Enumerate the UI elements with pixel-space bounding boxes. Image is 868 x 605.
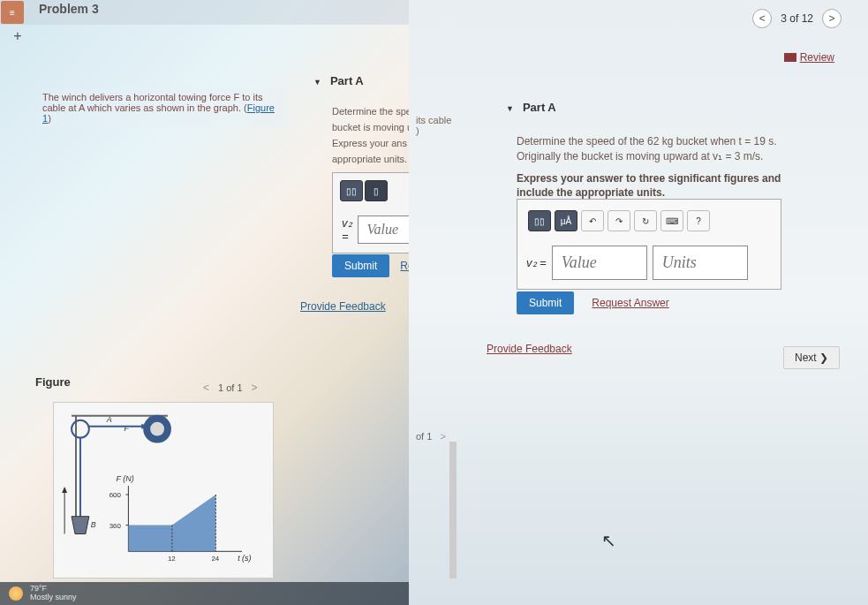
scrollbar-right[interactable] [449, 442, 457, 579]
svg-marker-12 [62, 487, 67, 493]
value-input-left[interactable] [358, 216, 410, 244]
svg-point-2 [72, 420, 89, 438]
svg-text:F: F [124, 424, 129, 433]
request-answer-left[interactable]: Req [400, 260, 409, 272]
instruction-text: Express your answer to three significant… [517, 171, 817, 201]
svg-text:360: 360 [109, 522, 122, 530]
figure-prev-icon[interactable]: < [203, 382, 209, 394]
svg-point-4 [150, 422, 164, 436]
nav-top: < 3 of 12 > [752, 9, 842, 28]
figure-count: 1 of 1 [218, 382, 243, 393]
svg-text:12: 12 [168, 555, 176, 563]
svg-text:t (s): t (s) [238, 554, 251, 563]
statement-text-a: The winch delivers a horizontal towing f… [42, 92, 262, 113]
next-button[interactable]: Next ❯ [783, 346, 840, 369]
review-label: Review [800, 51, 834, 64]
weather-widget[interactable]: 79°F Mostly sunny [30, 585, 77, 602]
submit-row-left: Submit Req [332, 254, 409, 277]
problem-count: 3 of 12 [781, 12, 813, 25]
svg-text:A: A [106, 415, 112, 424]
prev-problem-button[interactable]: < [752, 9, 772, 28]
keyboard-icon[interactable]: ⌨ [660, 210, 683, 231]
weather-icon[interactable] [9, 586, 23, 601]
new-tab-button[interactable]: + [9, 28, 26, 46]
undo-icon[interactable]: ↶ [581, 210, 604, 231]
part-a-header-left[interactable]: Part A [313, 69, 409, 93]
template-tool2-icon[interactable]: ▯ [365, 180, 388, 201]
svg-text:24: 24 [211, 555, 219, 563]
app-icon[interactable]: ≡ [1, 1, 24, 24]
problem-title: Problem 3 [39, 2, 99, 16]
stray-text-right: its cable) [416, 115, 451, 136]
figure-svg: A F B F (N) 600 360 12 [54, 403, 273, 578]
request-answer-right[interactable]: Request Answer [592, 297, 668, 309]
toolbar-right: ▯▯ μÅ ↶ ↷ ↻ ⌨ ? [525, 207, 774, 235]
question-text: Determine the speed of the 62 kg bucket … [517, 134, 817, 164]
template-tool-icon[interactable]: ▯▯ [340, 180, 363, 201]
part-a-label-right: Part A [506, 95, 556, 119]
cursor-icon: ↖ [601, 530, 616, 551]
units-input-right[interactable] [653, 246, 748, 280]
template-tool-icon-r[interactable]: ▯▯ [528, 210, 551, 231]
part-body-left: Determine the spee bucket is moving up E… [332, 106, 409, 170]
left-screenshot: ≡ + Problem 3 The winch delivers a horiz… [0, 0, 409, 605]
figure-nav: < 1 of 1 > [203, 382, 258, 394]
submit-button-left[interactable]: Submit [332, 254, 389, 277]
eq-label-right: v₂ = [526, 256, 547, 269]
body-line4: appropriate units. [332, 154, 409, 164]
part-a-label: Part A [313, 69, 409, 93]
weather-desc: Mostly sunny [30, 594, 77, 602]
units-tool-button[interactable]: μÅ [555, 210, 577, 231]
eq-label-left: v₂ = [342, 216, 352, 243]
right-screenshot: < 3 of 12 > Review its cable) Part A Det… [409, 0, 868, 605]
next-problem-button[interactable]: > [822, 9, 842, 28]
provide-feedback-right[interactable]: Provide Feedback [487, 343, 572, 355]
taskbar: 79°F Mostly sunny [0, 582, 409, 605]
body-line1: Determine the spee [332, 106, 409, 117]
figure-next-icon[interactable]: > [252, 382, 258, 394]
part-a-header-right[interactable]: Part A [506, 95, 556, 119]
part-body-right: Determine the speed of the 62 kg bucket … [517, 134, 817, 208]
answer-box-right: ▯▯ μÅ ↶ ↷ ↻ ⌨ ? v₂ = [517, 199, 781, 290]
svg-text:600: 600 [109, 491, 122, 499]
answer-box-left: ▯▯ ▯ v₂ = [332, 172, 409, 253]
toolbar-left: ▯▯ ▯ [336, 177, 409, 205]
statement-text-b: ) [48, 113, 51, 124]
problem-statement: The winch delivers a horizontal towing f… [39, 88, 286, 127]
figure-image: A F B F (N) 600 360 12 [53, 402, 274, 579]
submit-button-right[interactable]: Submit [517, 291, 574, 314]
body-line3: Express your ans [332, 138, 409, 148]
provide-feedback-left[interactable]: Provide Feedback [300, 300, 386, 313]
equation-row-left: v₂ = [336, 210, 409, 249]
body-line2: bucket is moving up [332, 122, 409, 132]
figure-of1-right: of 1 > [416, 431, 446, 442]
submit-row-right: Submit Request Answer [517, 291, 669, 314]
equation-row-right: v₂ = [525, 244, 774, 282]
svg-text:B: B [91, 520, 96, 529]
review-link[interactable]: Review [784, 51, 834, 64]
redo-icon[interactable]: ↷ [608, 210, 630, 231]
value-input-right[interactable] [552, 246, 647, 280]
reset-icon[interactable]: ↻ [634, 210, 657, 231]
help-icon[interactable]: ? [687, 210, 710, 231]
svg-text:F (N): F (N) [117, 474, 134, 483]
